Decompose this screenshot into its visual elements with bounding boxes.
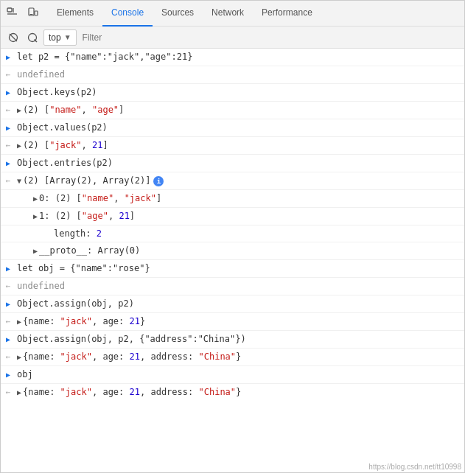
sub-expand-content[interactable]: ▶1: (2) ["age", 21] bbox=[15, 209, 461, 223]
output-prefix: ← bbox=[1, 385, 15, 399]
input-content: Object.assign(obj, p2, {"address":"China… bbox=[15, 332, 461, 346]
output-prefix: ← bbox=[1, 174, 15, 188]
expand-output-content[interactable]: ▶(2) ["jack", 21] bbox=[15, 139, 461, 153]
console-line: ←▶(2) ["name", "age"] bbox=[1, 102, 464, 119]
console-output: ▶let p2 = {"name":"jack","age":21}←undef… bbox=[1, 49, 464, 461]
console-line: ▶1: (2) ["age", 21] bbox=[1, 208, 464, 225]
console-line: ←▶{name: "jack", age: 21, address: "Chin… bbox=[1, 349, 464, 366]
input-content: obj bbox=[15, 368, 461, 381]
sub-prefix bbox=[1, 244, 15, 245]
device-toolbar-icon[interactable] bbox=[24, 4, 42, 22]
toolbar-icons bbox=[4, 4, 42, 22]
input-arrow-icon[interactable]: ▶ bbox=[1, 85, 15, 99]
console-line: ▶0: (2) ["name", "jack"] bbox=[1, 190, 464, 208]
input-arrow-icon[interactable]: ▶ bbox=[1, 332, 15, 346]
input-content: let obj = {"name":"rose"} bbox=[15, 262, 461, 275]
input-arrow-icon[interactable]: ▶ bbox=[1, 368, 15, 382]
console-line: ▶let obj = {"name":"rose"} bbox=[1, 260, 464, 278]
console-line: ▶Object.assign(obj, p2) bbox=[1, 295, 464, 313]
info-badge: i bbox=[153, 176, 164, 186]
output-prefix: ← bbox=[1, 139, 15, 153]
output-prefix: ← bbox=[1, 103, 15, 117]
console-toolbar: top ▼ bbox=[1, 27, 464, 49]
output-content: undefined bbox=[15, 279, 461, 293]
console-line: ←▶{name: "jack", age: 21, address: "Chin… bbox=[1, 384, 464, 401]
console-line: ←▶{name: "jack", age: 21} bbox=[1, 313, 464, 331]
console-line: ▶let p2 = {"name":"jack","age":21} bbox=[1, 49, 464, 66]
sub-prefix bbox=[1, 209, 15, 210]
clear-console-icon[interactable] bbox=[5, 29, 21, 46]
collapse-arrow-icon[interactable]: ▼ bbox=[17, 177, 21, 185]
sub-prefix bbox=[1, 227, 15, 228]
filter-icon[interactable] bbox=[24, 29, 41, 46]
console-line: ▶Object.values(p2) bbox=[1, 119, 464, 137]
tab-bar: Elements Console Sources Network Perform… bbox=[48, 1, 461, 27]
sub-expand-arrow-icon[interactable]: ▶ bbox=[33, 247, 38, 255]
output-arrow-icon: ← bbox=[1, 68, 15, 82]
expand-arrow-icon[interactable]: ▶ bbox=[17, 318, 21, 326]
expand-output-content[interactable]: ▶{name: "jack", age: 21, address: "China… bbox=[15, 350, 461, 364]
output-prefix: ← bbox=[1, 350, 15, 364]
console-line: ←▶(2) ["jack", 21] bbox=[1, 137, 464, 155]
output-prefix: ← bbox=[1, 315, 15, 329]
tab-elements[interactable]: Elements bbox=[48, 1, 102, 27]
tab-console[interactable]: Console bbox=[102, 1, 153, 27]
input-content: Object.values(p2) bbox=[15, 121, 461, 134]
input-content: Object.assign(obj, p2) bbox=[15, 297, 461, 310]
input-content: Object.entries(p2) bbox=[15, 156, 461, 169]
sub-expand-arrow-icon[interactable]: ▶ bbox=[33, 195, 38, 203]
console-line: ←undefined bbox=[1, 278, 464, 295]
input-arrow-icon[interactable]: ▶ bbox=[1, 50, 15, 64]
expand-arrow-icon[interactable]: ▶ bbox=[17, 106, 21, 114]
output-arrow-icon: ← bbox=[1, 279, 15, 293]
console-line: ▶Object.assign(obj, p2, {"address":"Chin… bbox=[1, 331, 464, 349]
expand-arrow-icon[interactable]: ▶ bbox=[17, 353, 21, 361]
output-content: undefined bbox=[15, 68, 461, 81]
sub-plain-content: length: 2 bbox=[15, 227, 461, 240]
context-selector[interactable]: top ▼ bbox=[43, 29, 77, 46]
input-arrow-icon[interactable]: ▶ bbox=[1, 156, 15, 170]
console-line: length: 2 bbox=[1, 225, 464, 242]
context-arrow-icon: ▼ bbox=[64, 33, 71, 41]
input-arrow-icon[interactable]: ▶ bbox=[1, 297, 15, 311]
sub-prefix bbox=[1, 192, 15, 192]
sub-expand-content[interactable]: ▶0: (2) ["name", "jack"] bbox=[15, 192, 461, 206]
input-arrow-icon[interactable]: ▶ bbox=[1, 262, 15, 276]
expand-output-content[interactable]: ▶{name: "jack", age: 21, address: "China… bbox=[15, 385, 461, 399]
sub-expand-arrow-icon[interactable]: ▶ bbox=[33, 212, 38, 220]
console-line: ▶__proto__: Array(0) bbox=[1, 242, 464, 260]
console-line: ▶Object.keys(p2) bbox=[1, 84, 464, 102]
devtools-toolbar: Elements Console Sources Network Perform… bbox=[1, 1, 464, 27]
console-line: ▶obj bbox=[1, 366, 464, 384]
input-arrow-icon[interactable]: ▶ bbox=[1, 121, 15, 135]
tab-performance[interactable]: Performance bbox=[253, 1, 321, 27]
inspect-element-icon[interactable] bbox=[4, 4, 21, 22]
svg-rect-4 bbox=[35, 11, 38, 15]
input-content: let p2 = {"name":"jack","age":21} bbox=[15, 50, 461, 63]
expand-open-content[interactable]: ▼(2) [Array(2), Array(2)]i bbox=[15, 174, 461, 188]
tab-network[interactable]: Network bbox=[203, 1, 253, 27]
expand-arrow-icon[interactable]: ▶ bbox=[17, 388, 21, 396]
context-value: top bbox=[49, 32, 61, 43]
console-line: ←▼(2) [Array(2), Array(2)]i bbox=[1, 172, 464, 190]
tab-sources[interactable]: Sources bbox=[153, 1, 203, 27]
console-line: ←undefined bbox=[1, 66, 464, 84]
input-content: Object.keys(p2) bbox=[15, 85, 461, 99]
expand-output-content[interactable]: ▶(2) ["name", "age"] bbox=[15, 103, 461, 117]
expand-output-content[interactable]: ▶{name: "jack", age: 21} bbox=[15, 315, 461, 329]
console-line: ▶Object.entries(p2) bbox=[1, 155, 464, 172]
sub-expand-content[interactable]: ▶__proto__: Array(0) bbox=[15, 244, 461, 258]
filter-input[interactable] bbox=[80, 32, 460, 43]
expand-arrow-icon[interactable]: ▶ bbox=[17, 141, 21, 150]
watermark: https://blog.csdn.net/tt10998 bbox=[1, 461, 464, 472]
svg-rect-0 bbox=[7, 8, 12, 12]
